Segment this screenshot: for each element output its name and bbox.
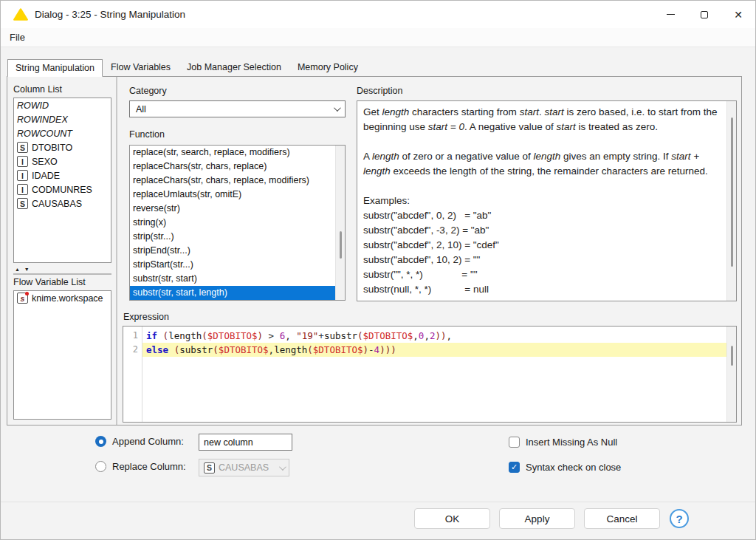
category-label: Category bbox=[129, 86, 167, 96]
function-label: Function bbox=[129, 129, 165, 140]
string-type-icon: S bbox=[17, 198, 28, 209]
left-column: Column List ROWIDROWINDEXROWCOUNTSDTOBIT… bbox=[7, 77, 117, 425]
column-list[interactable]: ROWIDROWINDEXROWCOUNTSDTOBITOISEXOIIDADE… bbox=[13, 98, 111, 263]
tab-flow-variables[interactable]: Flow Variables bbox=[103, 59, 179, 76]
tab-strip: String ManipulationFlow VariablesJob Man… bbox=[7, 60, 366, 76]
column-name: DTOBITO bbox=[32, 143, 72, 153]
flow-variable-name: knime.workspace bbox=[32, 293, 103, 304]
window-title: Dialog - 3:25 - String Manipulation bbox=[35, 9, 185, 20]
expression-label: Expression bbox=[123, 312, 169, 322]
dialog-content: String ManipulationFlow VariablesJob Man… bbox=[1, 47, 755, 539]
expression-editor[interactable]: 12 if (length($DTOBITO$) > 6, "19"+subst… bbox=[123, 326, 737, 423]
cancel-button[interactable]: Cancel bbox=[584, 508, 660, 529]
expression-scroll-thumb[interactable] bbox=[731, 346, 733, 366]
replace-column-value: CAUSABAS bbox=[219, 462, 269, 473]
menu-file[interactable]: File bbox=[3, 30, 32, 45]
description-paragraph: Get length characters starting from star… bbox=[363, 105, 724, 134]
column-list-item[interactable]: SDTOBITO bbox=[14, 140, 111, 154]
syntax-check-row: ✓ Syntax check on close bbox=[509, 462, 621, 473]
column-list-item[interactable]: ISEXO bbox=[14, 154, 111, 168]
split-arrows-icon[interactable]: ▲ ▼ bbox=[15, 267, 31, 272]
flow-variable-list[interactable]: sknime.workspace bbox=[13, 290, 111, 420]
integer-type-icon: I bbox=[17, 156, 28, 167]
line-number: 2 bbox=[123, 343, 142, 357]
syntax-check-label: Syntax check on close bbox=[526, 462, 621, 473]
insert-missing-label: Insert Missing As Null bbox=[526, 437, 617, 448]
function-scroll-thumb[interactable] bbox=[340, 231, 342, 259]
expression-code[interactable]: if (length($DTOBITO$) > 6, "19"+substr($… bbox=[142, 327, 726, 422]
column-list-item[interactable]: ROWID bbox=[14, 98, 111, 112]
apply-button[interactable]: Apply bbox=[499, 508, 575, 529]
function-list-scrollbar[interactable] bbox=[335, 146, 345, 300]
function-list-item[interactable]: replaceChars(str, chars, replace) bbox=[130, 160, 335, 174]
column-name: SEXO bbox=[32, 157, 58, 167]
function-list-item[interactable]: substr(str, start, length) bbox=[130, 286, 335, 300]
replace-column-row: Replace Column: bbox=[95, 461, 186, 472]
ok-button[interactable]: OK bbox=[414, 508, 490, 529]
maximize-icon[interactable] bbox=[687, 1, 721, 28]
description-scrollbar[interactable] bbox=[726, 101, 736, 301]
function-list-item[interactable]: stripEnd(str...) bbox=[130, 244, 335, 258]
replace-column-label: Replace Column: bbox=[112, 461, 186, 472]
minimize-icon[interactable] bbox=[653, 1, 687, 28]
column-list-item[interactable]: ICODMUNRES bbox=[14, 182, 111, 196]
help-button[interactable]: ? bbox=[670, 509, 689, 528]
insert-missing-checkbox[interactable] bbox=[509, 437, 520, 448]
flow-variable-dot bbox=[25, 292, 29, 295]
function-list[interactable]: replace(str, search, replace, modifiers)… bbox=[129, 145, 346, 301]
dialog-window: Dialog - 3:25 - String Manipulation ✕ Fi… bbox=[0, 0, 756, 540]
description-content: Get length characters starting from star… bbox=[357, 101, 726, 301]
column-name: CODMUNRES bbox=[32, 185, 92, 195]
expression-line[interactable]: else (substr($DTOBITO$,length($DTOBITO$)… bbox=[142, 343, 726, 357]
flow-variable-item[interactable]: sknime.workspace bbox=[14, 291, 111, 305]
string-manipulation-panel: Column List ROWIDROWINDEXROWCOUNTSDTOBIT… bbox=[7, 76, 742, 425]
insert-missing-row: Insert Missing As Null bbox=[509, 437, 617, 448]
chevron-down-icon bbox=[334, 104, 341, 112]
line-number: 1 bbox=[123, 329, 142, 343]
syntax-check-checkbox[interactable]: ✓ bbox=[509, 462, 520, 473]
function-list-item[interactable]: replace(str, search, replace, modifiers) bbox=[130, 146, 335, 160]
integer-type-icon: I bbox=[17, 170, 28, 181]
tab-memory-policy[interactable]: Memory Policy bbox=[289, 59, 366, 76]
replace-column-radio[interactable] bbox=[95, 461, 106, 472]
function-list-item[interactable]: substr(str, start) bbox=[130, 272, 335, 286]
description-scroll-thumb[interactable] bbox=[731, 117, 733, 267]
append-column-row: Append Column: bbox=[95, 436, 184, 447]
append-column-radio[interactable] bbox=[95, 436, 106, 447]
title-bar: Dialog - 3:25 - String Manipulation ✕ bbox=[1, 1, 755, 28]
replace-column-select[interactable]: S CAUSABAS bbox=[199, 459, 289, 476]
function-list-item[interactable]: reverse(str) bbox=[130, 202, 335, 216]
column-list-item[interactable]: ROWCOUNT bbox=[14, 126, 111, 140]
example-line: substr("abcdef", 10, 2) = "" bbox=[363, 253, 724, 267]
chevron-down-icon bbox=[279, 463, 286, 471]
flow-variable-list-title: Flow Variable List bbox=[13, 277, 111, 287]
function-list-item[interactable]: replaceUmlauts(str, omitE) bbox=[130, 188, 335, 202]
column-list-item[interactable]: IIDADE bbox=[14, 168, 111, 182]
function-list-item[interactable]: stripStart(str...) bbox=[130, 258, 335, 272]
column-list-title: Column List bbox=[13, 84, 111, 95]
example-line: substr("abcdef", -3, 2) = "ab" bbox=[363, 223, 724, 238]
close-icon[interactable]: ✕ bbox=[721, 1, 755, 28]
flow-variable-icon: s bbox=[17, 293, 28, 304]
append-column-input[interactable] bbox=[199, 434, 292, 451]
category-select[interactable]: All bbox=[129, 100, 346, 117]
example-line: substr(null, *, *) = null bbox=[363, 282, 724, 297]
example-line: substr("abcdef", 0, 2) = "ab" bbox=[363, 208, 724, 223]
description-label: Description bbox=[357, 86, 403, 96]
expression-line[interactable]: if (length($DTOBITO$) > 6, "19"+substr($… bbox=[142, 329, 726, 343]
column-list-item[interactable]: ROWINDEX bbox=[14, 112, 111, 126]
example-line: substr("", *, *) = "" bbox=[363, 267, 724, 282]
function-list-item[interactable]: string(x) bbox=[130, 216, 335, 230]
column-list-item[interactable]: SCAUSABAS bbox=[14, 196, 111, 211]
knime-triangle-icon bbox=[13, 8, 28, 21]
category-value: All bbox=[136, 104, 146, 115]
function-list-items: replace(str, search, replace, modifiers)… bbox=[130, 146, 335, 300]
tab-job-manager-selection[interactable]: Job Manager Selection bbox=[179, 59, 289, 76]
line-number-gutter: 12 bbox=[123, 327, 142, 422]
description-paragraph: A length of zero or a negative value of … bbox=[363, 149, 724, 179]
tab-string-manipulation[interactable]: String Manipulation bbox=[7, 59, 103, 77]
function-list-item[interactable]: strip(str...) bbox=[130, 230, 335, 244]
function-list-item[interactable]: replaceChars(str, chars, replace, modifi… bbox=[130, 174, 335, 188]
split-divider[interactable]: ▲ ▼ bbox=[13, 264, 111, 275]
expression-scrollbar[interactable] bbox=[726, 327, 736, 422]
